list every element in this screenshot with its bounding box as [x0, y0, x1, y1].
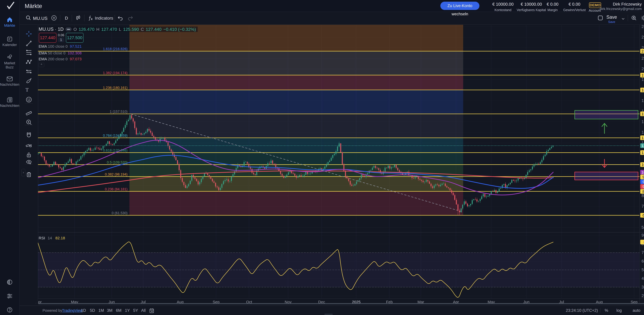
- remove-drawings-tool[interactable]: [26, 171, 32, 178]
- contrast-button[interactable]: [0, 279, 19, 286]
- crosshair-tool[interactable]: [26, 31, 32, 37]
- drawing-toolbar: T›: [20, 25, 38, 303]
- trend-line-tool[interactable]: [26, 40, 32, 47]
- go-to-date-icon[interactable]: [149, 308, 154, 313]
- stat-available-value: € 10000.00: [516, 2, 546, 7]
- clock[interactable]: 23:24:10 (UTC+2): [566, 306, 598, 315]
- stat-available-label: Verfügbares Kapital: [516, 8, 546, 12]
- text-tool[interactable]: T: [26, 87, 32, 93]
- quantity-field[interactable]: 1: [58, 38, 64, 42]
- range-button-1y[interactable]: 1Y: [125, 306, 130, 315]
- trading-platform: Märkte Zu Live-Konto wechseln € 10000.00…: [0, 0, 644, 315]
- zoom-in-tool[interactable]: [26, 119, 32, 126]
- trend-line-icon: [26, 40, 32, 47]
- auto-scale-button[interactable]: auto: [633, 306, 640, 315]
- price-label-127.440: 127.440: [640, 143, 644, 148]
- fib-retracement-tool[interactable]: [26, 49, 32, 56]
- drawing-mode-tool[interactable]: [26, 142, 32, 148]
- rsi-value: 82.18: [56, 236, 65, 240]
- app-header: Märkte Zu Live-Konto wechseln € 10000.00…: [0, 0, 644, 12]
- symbol-search-icon[interactable]: [26, 15, 32, 21]
- percent-scale-button[interactable]: %: [604, 306, 608, 315]
- fx-icon[interactable]: [88, 15, 93, 21]
- resize-handle[interactable]: [324, 314, 333, 315]
- magnet-tool[interactable]: [26, 132, 32, 139]
- quick-search-icon[interactable]: [631, 15, 637, 21]
- add-compare-icon[interactable]: [51, 15, 57, 21]
- legend-collapse-button[interactable]: ^: [39, 63, 44, 67]
- lock-all-icon: [26, 151, 32, 158]
- price-label-102.308: 102.308: [640, 170, 644, 174]
- stat-pnl-value: € 0.00: [563, 2, 586, 7]
- symbol-button[interactable]: MU.US: [33, 16, 48, 21]
- brush-tool[interactable]: [26, 77, 32, 84]
- chart-horizontal-scrollbar[interactable]: [39, 303, 644, 304]
- range-button-1d[interactable]: 1D: [81, 306, 86, 315]
- legend-low-value: 125.590: [123, 27, 139, 32]
- header-divider: [19, 0, 20, 12]
- user-name: Dirk Friczewsky: [613, 2, 642, 7]
- candle-style-icon[interactable]: [75, 15, 81, 21]
- time-axis-border: [38, 298, 644, 299]
- fib-level-label: 0.236 (84.181): [77, 187, 128, 191]
- switch-to-live-button[interactable]: Zu Live-Konto wechseln: [440, 2, 480, 10]
- long-position-tool[interactable]: [26, 68, 32, 75]
- stat-balance: € 10000.00 Kontostand: [488, 2, 518, 12]
- indicator-row-ema-50[interactable]: EMA 50 close 0 102.308: [39, 51, 82, 56]
- range-button-5y[interactable]: 5Y: [133, 306, 138, 315]
- price-label-84.181: 84.181: [640, 189, 644, 194]
- indicator-name: EMA: [39, 44, 47, 49]
- sidebar-item-kalender[interactable]: Kalender: [0, 36, 19, 47]
- price-axis[interactable]: 240.000230.000220.000210.000200.000190.0…: [640, 25, 644, 304]
- ruler-icon: [26, 109, 32, 116]
- sidebar-item-nachrichten[interactable]: Nachrichten: [0, 97, 19, 108]
- range-button-3m[interactable]: 3M: [107, 306, 112, 315]
- legend-low-label: L: [119, 27, 121, 32]
- range-button-5d[interactable]: 5D: [90, 306, 95, 315]
- indicator-row-ema-100[interactable]: EMA 100 close 0 97.521: [39, 44, 82, 49]
- sell-button[interactable]: 127.440: [39, 33, 56, 43]
- save-chevron-icon[interactable]: [621, 17, 626, 21]
- range-button-1m[interactable]: 1M: [98, 306, 104, 315]
- fib-level-label: 0.382 (98.194): [77, 172, 128, 176]
- sidebar-item-märkte[interactable]: Märkte: [0, 17, 19, 28]
- emoji-tool[interactable]: [26, 96, 32, 103]
- range-button-all[interactable]: All: [141, 306, 146, 315]
- sidebar-item-market-buzz[interactable]: Market Buzz: [0, 54, 19, 69]
- sidebar-item-nachrichten[interactable]: Nachrichten: [0, 76, 19, 87]
- price-label-97.521: 97.521: [640, 179, 644, 184]
- redo-icon[interactable]: [128, 15, 133, 21]
- save-button[interactable]: Save Save: [606, 15, 617, 24]
- gear-icon[interactable]: [641, 15, 644, 21]
- rsi-name: RSI: [39, 236, 45, 240]
- sliders-button[interactable]: [0, 293, 19, 300]
- zoom-in-icon: [26, 119, 32, 126]
- sidebar-item-label: Market Buzz: [0, 61, 19, 69]
- long-position-icon: [26, 68, 32, 75]
- price-label-134.859: 134.859: [640, 135, 644, 140]
- buy-button[interactable]: 127.500: [66, 33, 84, 43]
- range-button-6m[interactable]: 6M: [116, 306, 122, 315]
- log-scale-button[interactable]: log: [616, 306, 622, 315]
- undo-icon[interactable]: [118, 15, 123, 21]
- layout-icon[interactable]: [597, 15, 603, 21]
- user-email: dirk.friczewsky@gmail.com: [600, 7, 642, 11]
- ruler-tool[interactable]: [26, 109, 32, 116]
- help-button[interactable]: [0, 307, 19, 314]
- expand-toolbar-button[interactable]: ›: [22, 169, 25, 176]
- lock-all-tool[interactable]: [26, 151, 32, 158]
- tradingview-link[interactable]: TradingView: [62, 306, 83, 315]
- left-nav-sidebar: MärkteKalenderMarket BuzzNachrichtenNach…: [0, 12, 20, 315]
- pane-separator[interactable]: [38, 232, 644, 232]
- indicator-row-ema-200[interactable]: EMA 200 close 0 97.073: [39, 57, 82, 62]
- price-chart-canvas[interactable]: [38, 25, 640, 304]
- stat-balance-value: € 10000.00: [488, 2, 518, 7]
- xabcd-pattern-tool[interactable]: [26, 59, 32, 65]
- indicators-button[interactable]: Indicators: [95, 16, 113, 21]
- legend-visibility-toggle[interactable]: [66, 27, 72, 31]
- indicator-value: 97.073: [70, 57, 82, 61]
- interval-button[interactable]: D: [65, 16, 68, 21]
- rsi-period: 14: [48, 236, 52, 240]
- legend-symbol[interactable]: MU.US · 1D: [39, 27, 64, 32]
- app-logo-icon[interactable]: [6, 2, 16, 10]
